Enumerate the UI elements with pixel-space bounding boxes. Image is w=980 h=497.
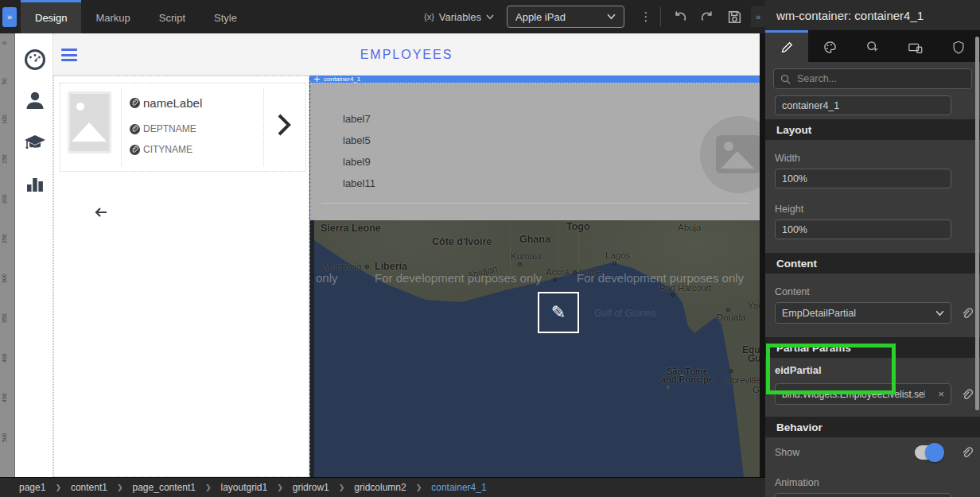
container-label[interactable]: label7 [343,113,371,125]
panel-resize-arrow-icon[interactable] [94,207,107,218]
breadcrumb-item[interactable]: gridrow1 [293,482,329,493]
panel-scrollbar[interactable] [975,37,979,410]
property-search[interactable] [773,68,972,89]
show-toggle[interactable] [915,445,942,460]
city-label: CITYNAME [143,144,192,155]
tab-markup[interactable]: Markup [81,0,144,33]
content-select[interactable]: EmpDetailPartial [775,302,951,324]
tab-security[interactable] [937,30,980,62]
map-label-city: Lagos [605,250,630,260]
shield-icon [951,40,966,55]
bind-property-icon[interactable] [959,306,974,320]
google-map-widget[interactable]: Sierra Leone Côte d'Ivoire Ghana Kumasi … [314,220,760,477]
redo-button[interactable] [697,6,718,27]
properties-body: Layout Width Height Content Content EmpD… [765,62,980,497]
section-layout: Layout [765,119,980,140]
map-watermark: For development purposes only [577,271,744,285]
height-label: Height [775,204,803,215]
map-marker [612,262,616,266]
breadcrumb-item[interactable]: content1 [71,482,107,493]
toolbar-divider [660,7,661,26]
more-options-icon[interactable]: ⋮ [640,6,652,27]
palette-icon [822,40,838,55]
tab-design[interactable]: Design [21,0,81,33]
map-edit-button[interactable]: ✎ [538,292,579,333]
name-label: nameLabel [143,96,202,110]
width-input[interactable] [775,169,951,188]
map-marker [671,293,675,297]
map-island [706,298,714,305]
toggle-knob [925,443,944,462]
map-border-line [510,220,511,278]
widget-name-input[interactable] [775,95,951,115]
variables-menu[interactable]: {x} Variables [424,0,494,33]
panel-expand-icon[interactable]: » [751,6,765,27]
container-label[interactable]: label9 [343,156,371,168]
bind-link-icon [130,98,140,108]
breadcrumb-separator: ❯ [339,483,345,491]
pencil-icon: ✎ [551,302,566,323]
top-toolbar: » Design Markup Script Style {x} Variabl… [0,0,765,33]
tab-inspect[interactable] [851,30,894,62]
tab-devices[interactable] [894,30,937,62]
dashboard-gauge-icon[interactable] [23,48,47,72]
image-placeholder-icon [716,135,760,173]
breadcrumb-item[interactable]: page_content1 [133,482,196,493]
ruler-mark: 0 [2,41,7,45]
container-divider [321,203,749,204]
bind-property-icon[interactable] [959,445,974,460]
chevron-down-icon [486,14,494,20]
employee-list-panel: nameLabel DEPTNAME CITYNAME [53,76,309,477]
breadcrumb-item[interactable]: gridcolumn2 [354,482,406,493]
map-label-country: Sierra Leone [321,223,381,234]
map-label-country: Côte d'Ivoire [432,236,492,247]
magnifier-cursor-icon [865,40,881,55]
container-label[interactable]: label11 [343,177,375,189]
breadcrumb-separator: ❯ [117,483,123,491]
map-label-country: Guinea [748,353,760,364]
save-button[interactable] [724,6,745,27]
breadcrumb-separator: ❯ [205,483,212,491]
animation-select[interactable] [775,493,951,497]
map-label-country: Togo [566,221,590,232]
breadcrumb-item-current[interactable]: container4_1 [431,482,486,493]
bind-link-icon [130,145,140,155]
tab-style[interactable]: Style [200,0,251,33]
employee-list-item[interactable]: nameLabel DEPTNAME CITYNAME [60,83,306,172]
breadcrumb-item[interactable]: layoutgrid1 [220,482,267,493]
device-selector-value: Apple iPad [515,11,566,23]
map-label-city: Ga [752,385,760,394]
education-cap-icon[interactable] [23,130,47,154]
ruler-mark: 350 [2,313,7,323]
profile-image-placeholder [700,116,760,193]
map-watermark: only [316,271,338,285]
map-marker [729,369,733,373]
undo-button[interactable] [670,6,690,27]
container-label[interactable]: label5 [343,134,371,146]
tab-script[interactable]: Script [145,0,200,33]
collapse-left-icon[interactable]: » [2,7,17,27]
save-icon [726,9,743,25]
map-label-island: and Príncipe [661,375,714,384]
canvas-page-header: EMPLOYEES [53,33,760,76]
map-marker [518,262,522,266]
ruler-mark: 400 [2,353,7,363]
clear-icon[interactable]: × [938,388,944,400]
canvas-right-gutter [760,33,765,477]
chevron-right-icon[interactable] [275,112,293,138]
breadcrumb-item[interactable]: page1 [19,482,45,493]
tab-styles[interactable] [808,30,851,62]
tab-properties[interactable] [765,30,808,62]
bar-chart-icon[interactable] [23,172,47,196]
map-island [667,386,670,389]
section-behavior: Behavior [765,417,980,437]
selection-header[interactable]: container4_1 [310,76,760,83]
device-selector[interactable]: Apple iPad [507,6,624,28]
search-input[interactable] [795,72,965,85]
bind-property-icon[interactable] [959,387,974,402]
height-input[interactable] [775,219,951,239]
name-label-row: nameLabel [130,96,202,110]
container-body[interactable]: label7 label5 label9 label11 [310,83,760,220]
section-content: Content [765,253,980,274]
user-icon[interactable] [23,89,47,113]
